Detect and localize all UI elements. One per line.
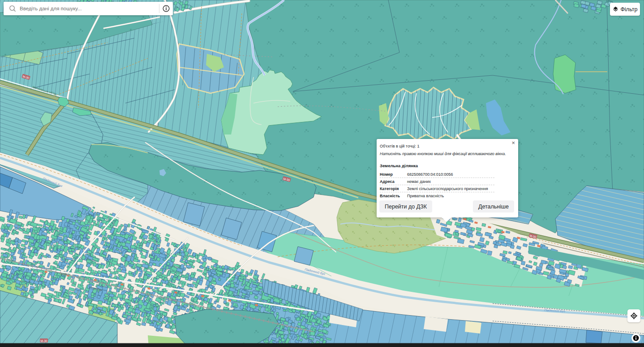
svg-text:М-30: М-30 [41,339,47,343]
svg-text:Кони: Кони [61,273,68,276]
